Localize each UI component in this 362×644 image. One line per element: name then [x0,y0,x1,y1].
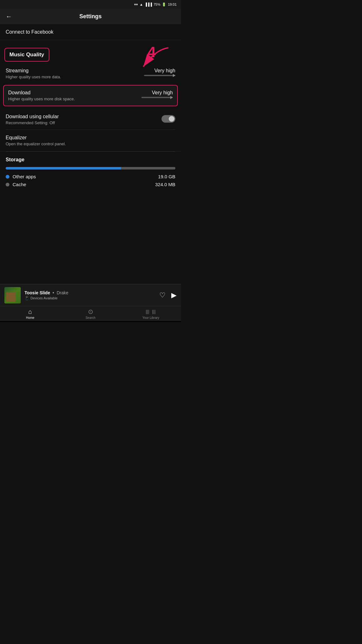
storage-item-cache: Cache 324.0 MB [6,182,175,187]
nav-library[interactable]: ⫼⫼ Your Library [121,307,181,321]
storage-label-other: Other apps [13,174,155,179]
now-playing-devices: 📱 Devices Available [25,296,156,300]
now-playing-controls: ♡ ▶ [159,291,177,299]
now-playing-bar[interactable]: Toosie Slide • Drake 📱 Devices Available… [0,284,181,306]
art-shape [6,292,16,302]
music-quality-section: Music Quality 4 Streaming Higher quality… [0,40,181,106]
status-icons: ▾▾ ▲ ▐▐▐ 75% 🔋 19:01 [134,3,177,7]
page-title: Settings [6,13,175,20]
devices-icon: 📱 [25,296,29,300]
storage-value-other: 19.0 GB [158,174,175,179]
play-button[interactable]: ▶ [171,291,177,299]
home-label: Home [26,316,35,319]
storage-dot-other [6,175,9,179]
storage-dot-cache [6,183,9,186]
download-cellular-toggle[interactable] [162,115,175,123]
settings-header: ← Settings [0,9,181,24]
signal-icon: ▲ [140,3,143,6]
download-cellular-row: Download using cellular Recommended Sett… [0,109,181,130]
connect-facebook-label: Connect to Facebook [6,29,53,35]
download-slider[interactable] [141,97,173,98]
search-icon: ⊙ [88,308,93,315]
library-label: Your Library [142,316,159,319]
music-quality-label: Music Quality [9,52,44,58]
storage-bar-used [6,167,121,169]
equalizer-title: Equalizer [6,135,175,141]
heart-button[interactable]: ♡ [159,291,166,299]
storage-section: Storage Other apps 19.0 GB Cache 324.0 M… [0,152,181,195]
storage-label-cache: Cache [13,182,152,187]
storage-value-cache: 324.0 MB [155,182,175,187]
storage-bar [6,167,175,169]
equalizer-item[interactable]: Equalizer Open the equalizer control pan… [0,130,181,152]
search-label: Search [85,316,96,319]
bottom-nav: ⌂ Home ⊙ Search ⫼⫼ Your Library [0,306,181,321]
streaming-slider[interactable] [144,75,175,76]
system-nav: ◁ △ □ [0,321,181,322]
arrow-annotation [131,46,175,71]
battery-icon: 🔋 [162,3,166,7]
storage-title: Storage [6,157,175,163]
download-subtitle: Higher quality uses more disk space. [8,97,75,101]
download-title: Download [8,90,75,96]
home-icon: ⌂ [28,308,32,315]
status-bar: ▾▾ ▲ ▐▐▐ 75% 🔋 19:01 [0,0,181,9]
battery-percent: 75% [153,3,160,6]
library-icon: ⫼⫼ [145,308,157,315]
equalizer-subtitle: Open the equalizer control panel. [6,142,175,146]
download-cellular-title: Download using cellular [6,114,59,119]
clock: 19:01 [168,3,177,6]
connect-facebook-item[interactable]: Connect to Facebook [0,24,181,40]
toggle-knob [169,116,174,122]
music-quality-box: Music Quality [4,48,49,62]
download-row[interactable]: Download Higher quality uses more disk s… [3,85,178,106]
wifi-icon: ▾▾ [134,3,138,7]
streaming-title: Streaming [6,68,61,74]
download-cellular-subtitle: Recommended Setting: Off [6,120,59,125]
storage-bar-free [121,167,175,169]
now-playing-title: Toosie Slide • Drake [25,290,156,295]
storage-item-other-apps: Other apps 19.0 GB [6,174,175,179]
album-art [4,287,21,303]
nav-home[interactable]: ⌂ Home [0,307,60,321]
cellular-icon: ▐▐▐ [145,3,152,6]
nav-search[interactable]: ⊙ Search [60,307,121,321]
settings-content: Connect to Facebook Music Quality 4 Stre… [0,24,181,284]
streaming-subtitle: Higher quality uses more data. [6,75,61,79]
download-value: Very high [152,90,173,96]
back-button[interactable]: ← [6,13,12,20]
